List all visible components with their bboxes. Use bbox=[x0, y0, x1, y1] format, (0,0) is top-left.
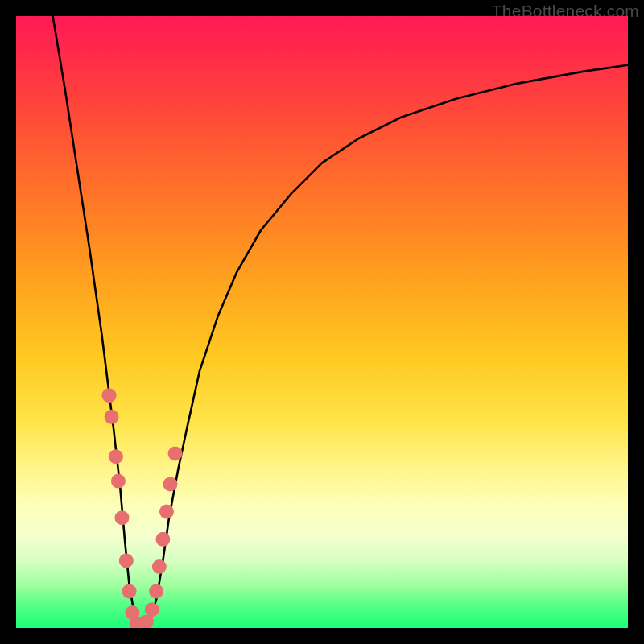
data-point-marker bbox=[122, 584, 137, 598]
data-point-marker bbox=[114, 510, 129, 525]
data-point-marker bbox=[119, 553, 134, 568]
curve-layer bbox=[16, 16, 628, 628]
data-point-marker bbox=[159, 505, 174, 519]
data-point-marker bbox=[109, 449, 123, 464]
bottleneck-curve bbox=[53, 16, 628, 625]
data-point-marker bbox=[168, 446, 183, 460]
chart-frame: TheBottleneck.com bbox=[0, 0, 644, 644]
data-point-marker bbox=[102, 388, 117, 402]
data-point-marker bbox=[111, 474, 126, 489]
data-point-marker bbox=[105, 410, 119, 424]
data-point-marker bbox=[152, 559, 167, 574]
plot-area bbox=[16, 16, 628, 628]
data-point-marker bbox=[145, 602, 159, 617]
data-point-marker bbox=[149, 584, 163, 598]
data-point-marker bbox=[163, 477, 178, 491]
data-point-marker bbox=[155, 532, 170, 547]
